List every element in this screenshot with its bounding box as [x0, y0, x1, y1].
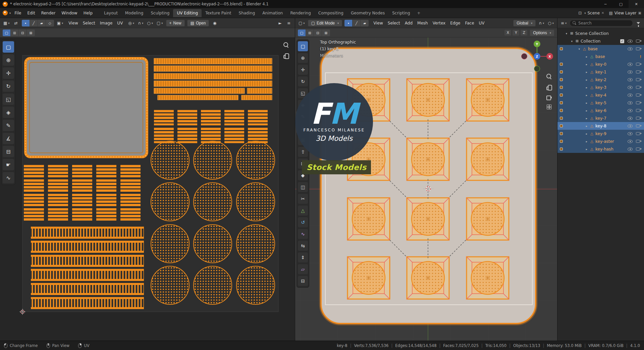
mode-extend[interactable]: ⊞	[11, 30, 19, 36]
mirror-axis-button[interactable]: Z	[520, 30, 528, 36]
pan-hand-icon[interactable]	[547, 84, 551, 90]
outliner-row[interactable]: ▸ △ base ! ✓	[557, 53, 644, 60]
outliner-item-label[interactable]: key-4	[595, 93, 606, 98]
disable-render-icon[interactable]	[636, 78, 640, 81]
outliner-item-label[interactable]: key-hash	[595, 147, 613, 152]
expand-arrow-icon[interactable]: ▸	[584, 63, 589, 66]
proportional-editing-selector[interactable]: ○ ▾	[146, 20, 154, 26]
measure-tool[interactable]: ∡	[3, 133, 14, 144]
workspace-tab[interactable]: UV Editing	[173, 9, 202, 17]
outliner-row[interactable]: ▸ △ key-1 ✓	[557, 68, 644, 76]
outliner-row[interactable]: ▸ △ key-3 ✓	[557, 83, 644, 91]
uv-menu-item[interactable]: View	[66, 20, 80, 26]
copy-view-layer-icon[interactable]: ▣	[638, 11, 641, 15]
annotate-tool[interactable]: ✎	[3, 120, 14, 131]
hide-eye-icon[interactable]	[628, 63, 633, 66]
outliner-item-label[interactable]: Scene Collection	[575, 31, 609, 36]
viewport-menu-item[interactable]: View	[371, 20, 385, 26]
vertex-select-mode[interactable]: •	[344, 20, 353, 26]
spin-tool[interactable]: ↺	[298, 217, 308, 227]
scale-tool[interactable]: ◱	[298, 88, 308, 98]
editor-type-selector[interactable]: ▦ ▾	[3, 20, 10, 26]
mode-intersect[interactable]: ⊠	[322, 30, 330, 36]
hide-eye-icon[interactable]	[628, 101, 633, 105]
mode-set[interactable]: ▢	[298, 30, 306, 36]
mirror-axis-button[interactable]: X	[504, 30, 512, 36]
outliner-row[interactable]: ▸ △ key-aster ✓	[557, 137, 644, 145]
blender-menu-icon[interactable]	[3, 10, 8, 15]
pivot-point-selector[interactable]: ◎ ▾	[127, 20, 135, 26]
outliner-item-label[interactable]: base	[595, 54, 605, 59]
outliner-search-input[interactable]: Search	[570, 20, 633, 26]
outliner-item-label[interactable]: Collection	[581, 39, 600, 44]
menu-item[interactable]: Edit	[24, 10, 38, 16]
snap-selector[interactable]: ∩ ▾	[538, 20, 545, 26]
relax-tool[interactable]: ∿	[3, 172, 14, 183]
uv-edge-select[interactable]: ╱	[30, 20, 38, 26]
hide-eye-icon[interactable]	[628, 124, 633, 128]
filter-icon[interactable]	[637, 22, 640, 24]
outliner-row[interactable]: ▸ △ key-9 ✓	[557, 130, 644, 137]
transform-orientation-selector[interactable]: Global ▾	[513, 20, 536, 26]
uv-menu-item[interactable]: UV	[115, 20, 125, 26]
disable-render-icon[interactable]	[636, 132, 640, 135]
disable-render-icon[interactable]	[636, 140, 640, 143]
viewport-menu-item[interactable]: Vertex	[430, 20, 448, 26]
exclude-checkbox[interactable]: ✓	[620, 39, 624, 43]
bevel-tool[interactable]: ◆	[298, 170, 308, 180]
outliner-item-label[interactable]: key-0	[595, 62, 606, 67]
mirror-axis-button[interactable]: Y	[512, 30, 520, 36]
unlink-scene-icon[interactable]: ✕	[601, 11, 604, 15]
hide-eye-icon[interactable]	[628, 70, 633, 74]
workspace-tab[interactable]: Scripting	[388, 9, 414, 17]
inset-faces-tool[interactable]: ⊡	[298, 159, 308, 169]
viewport-menu-item[interactable]: Edge	[448, 20, 463, 26]
select-box-tool[interactable]: ▢	[298, 41, 308, 51]
add-workspace-button[interactable]: +	[415, 9, 423, 17]
outliner-row[interactable]: ▸ △ key-8 ✓	[557, 122, 644, 130]
rotate-tool[interactable]: ↻	[298, 76, 308, 86]
transform-tool[interactable]: ◈	[298, 100, 308, 110]
outliner-row[interactable]: ▸ △ key-7 ✓	[557, 114, 644, 122]
viewport-menu-item[interactable]: Face	[463, 20, 476, 26]
outliner-row[interactable]: ▾ △ base ✓	[557, 45, 644, 53]
expand-arrow-icon[interactable]: ▸	[584, 86, 589, 89]
proportional-editing-selector[interactable]: ○ ▾	[547, 20, 554, 26]
face-select-mode[interactable]: ▰	[361, 20, 369, 26]
workspace-tab[interactable]: Texture Paint	[202, 9, 235, 17]
hide-eye-icon[interactable]	[628, 148, 633, 151]
expand-arrow-icon[interactable]: ▸	[584, 94, 589, 97]
loop-cut-tool[interactable]: ◫	[298, 182, 308, 192]
cursor-tool[interactable]: ⊕	[3, 54, 14, 66]
outliner-row[interactable]: ▸ △ key-0 ✓	[557, 60, 644, 68]
outliner-item-label[interactable]: key-9	[595, 131, 606, 136]
maximize-button[interactable]: ▢	[613, 0, 629, 8]
active-tool-icon[interactable]: ►	[277, 20, 283, 26]
close-button[interactable]: ✕	[629, 0, 644, 8]
smooth-tool[interactable]: ∿	[298, 229, 308, 239]
outliner-item-label[interactable]: key-5	[595, 101, 606, 105]
image-browse-selector[interactable]: ▢ ▾	[156, 20, 164, 26]
viewport-menu-item[interactable]: Select	[385, 20, 402, 26]
outliner-item-label[interactable]: key-1	[595, 70, 606, 74]
add-cube-tool[interactable]: ⊞	[298, 135, 308, 145]
uv-menu-item[interactable]: Select	[80, 20, 98, 26]
scene-selector[interactable]: ⊡ ▾ Scene ✕	[578, 11, 604, 15]
outliner-row[interactable]: ▸ △ key-6 ✓	[557, 107, 644, 114]
view-layer-selector[interactable]: ▤ View Layer ▣	[609, 11, 641, 15]
menu-item[interactable]: File	[11, 10, 24, 16]
workspace-tab[interactable]: Shading	[235, 9, 259, 17]
open-image-button[interactable]: ▤ Open	[187, 20, 209, 26]
workspace-tab[interactable]: Compositing	[315, 9, 347, 17]
rip-region-tool[interactable]: ⊟	[298, 276, 308, 286]
extrude-region-tool[interactable]: ⇧	[298, 147, 308, 157]
disable-render-icon[interactable]	[636, 63, 640, 66]
expand-arrow-icon[interactable]: ▸	[584, 109, 589, 112]
disable-render-icon[interactable]	[636, 117, 640, 120]
uv-vertex-select[interactable]: •	[22, 20, 30, 26]
disable-render-icon[interactable]	[636, 94, 640, 97]
uv-island-keypad-base[interactable]	[25, 58, 147, 157]
mode-subtract[interactable]: ⊟	[314, 30, 322, 36]
uv-face-select[interactable]: ▰	[38, 20, 46, 26]
snap-selector[interactable]: ∩ ▾	[137, 20, 144, 26]
